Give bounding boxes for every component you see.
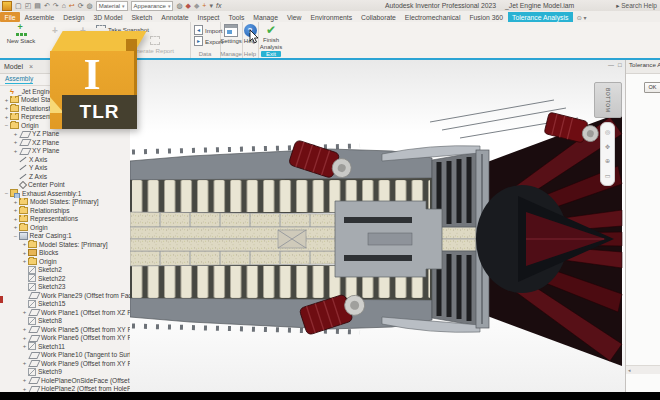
- tree-item[interactable]: Center Point: [0, 181, 130, 190]
- measure-icon[interactable]: ◆: [194, 1, 199, 10]
- restore-icon[interactable]: □: [618, 62, 622, 68]
- tree-item[interactable]: +Representations: [0, 215, 130, 224]
- zoom-icon[interactable]: ⊕: [605, 158, 610, 164]
- expand-icon[interactable]: +: [12, 216, 19, 222]
- tree-item[interactable]: +Relationships: [0, 206, 130, 215]
- update-icon[interactable]: ⟳: [78, 1, 84, 10]
- settings-button[interactable]: Settings: [223, 24, 239, 45]
- expand-icon[interactable]: +: [12, 224, 19, 230]
- navigation-bar[interactable]: ◎ ✥ ⊕ ▭: [600, 122, 615, 186]
- tree-item[interactable]: −Exhaust Assembly:1: [0, 189, 130, 198]
- ok-button[interactable]: OK: [644, 82, 660, 93]
- view-cube[interactable]: BOTTOM: [594, 82, 622, 118]
- tree-item[interactable]: X Axis: [0, 155, 130, 164]
- tree-item[interactable]: +Model States: [Primary]: [0, 240, 130, 249]
- collapse-icon[interactable]: −: [3, 122, 10, 128]
- tree-item[interactable]: +XZ Plane: [0, 138, 130, 147]
- ribbon-tab-file[interactable]: File: [0, 12, 20, 22]
- close-icon[interactable]: ×: [29, 63, 33, 70]
- expand-icon[interactable]: +: [3, 97, 10, 103]
- tree-item[interactable]: +Work Plane6 (Offset from XY Plane x: [0, 334, 130, 343]
- appearance-combo[interactable]: Appearance▾: [131, 1, 174, 11]
- ribbon-tab-tolerance-analysis[interactable]: Tolerance Analysis: [508, 12, 573, 22]
- inventor-app-icon[interactable]: [2, 1, 12, 11]
- horizontal-scrollbar[interactable]: ◂: [626, 365, 660, 374]
- ribbon-tab-tools[interactable]: Tools: [224, 12, 249, 22]
- ribbon-tab-inspect[interactable]: Inspect: [193, 12, 224, 22]
- tree-item[interactable]: Sketch23: [0, 283, 130, 292]
- expand-icon[interactable]: +: [12, 139, 19, 145]
- jet-engine-model[interactable]: [130, 60, 625, 392]
- search-help[interactable]: ▸ Search Help: [616, 2, 657, 10]
- ribbon-tab-sketch[interactable]: Sketch: [127, 12, 157, 22]
- tree-item[interactable]: Sketch9: [0, 368, 130, 377]
- ribbon-tab-fusion-360[interactable]: Fusion 360: [465, 12, 508, 22]
- tree-item[interactable]: +Work Plane9 (Offset from XY Plane x: [0, 359, 130, 368]
- expand-icon[interactable]: +: [21, 326, 28, 332]
- fx-icon[interactable]: fx: [216, 1, 221, 10]
- orbit-icon[interactable]: ◎: [605, 129, 610, 135]
- ribbon-tab-environments[interactable]: Environments: [306, 12, 357, 22]
- parameters-plus-icon[interactable]: +: [202, 1, 206, 10]
- look-at-icon[interactable]: ▭: [605, 173, 611, 179]
- ribbon-tab-electromechanical[interactable]: Electromechanical: [400, 12, 465, 22]
- tree-item[interactable]: Y Axis: [0, 164, 130, 173]
- collapse-icon[interactable]: −: [3, 190, 10, 196]
- tree-item[interactable]: Z Axis: [0, 172, 130, 181]
- material-sphere-icon[interactable]: ◍: [87, 1, 93, 10]
- export-button[interactable]: ▸ Export: [194, 36, 223, 46]
- expand-icon[interactable]: +: [21, 241, 28, 247]
- expand-icon[interactable]: +: [21, 250, 28, 256]
- scroll-left-icon[interactable]: ◂: [628, 367, 631, 373]
- tab-overflow-icon[interactable]: ⊙ ▾: [573, 12, 591, 22]
- tree-item[interactable]: Work Plane10 (Tangent to Surface B: [0, 351, 130, 360]
- minimize-icon[interactable]: —: [608, 62, 614, 68]
- tree-item[interactable]: +Model States: [Primary]: [0, 198, 130, 207]
- tree-item[interactable]: +Sketch11: [0, 342, 130, 351]
- tree-item[interactable]: +Origin: [0, 223, 130, 232]
- import-button[interactable]: ◂ Import: [194, 25, 223, 35]
- tree-item[interactable]: Sketch22: [0, 274, 130, 283]
- finish-analysis-button[interactable]: ✔ FinishAnalysis: [259, 24, 283, 50]
- tree-item[interactable]: +Work Plane5 (Offset from XY Plane x: [0, 325, 130, 334]
- qat-caret-icon[interactable]: ▾: [209, 1, 213, 10]
- tree-item[interactable]: +XY Plane: [0, 147, 130, 156]
- save-icon[interactable]: ▤: [34, 1, 41, 10]
- return-icon[interactable]: ↩: [69, 1, 75, 10]
- ribbon-tab-design[interactable]: Design: [59, 12, 89, 22]
- ribbon-tab-assemble[interactable]: Assemble: [20, 12, 59, 22]
- viewport-canvas[interactable]: — □ × BOTTOM ◎ ✥ ⊕ ▭: [130, 60, 625, 392]
- ribbon-tab-manage[interactable]: Manage: [249, 12, 283, 22]
- expand-icon[interactable]: +: [21, 343, 28, 349]
- expand-icon[interactable]: +: [12, 131, 19, 137]
- redo-icon[interactable]: ↷: [53, 1, 59, 10]
- ribbon-tab-3d-model[interactable]: 3D Model: [89, 12, 127, 22]
- open-icon[interactable]: ◰: [25, 1, 32, 10]
- expand-icon[interactable]: +: [3, 114, 10, 120]
- tree-item[interactable]: +HolePlaneOnSideFace (Offset from X: [0, 376, 130, 385]
- adjust-icon[interactable]: ◆: [186, 1, 191, 10]
- tree-item[interactable]: Sketch8: [0, 317, 130, 326]
- tree-item[interactable]: +Origin: [0, 257, 130, 266]
- ribbon-tab-view[interactable]: View: [282, 12, 306, 22]
- undo-icon[interactable]: ↶: [44, 1, 50, 10]
- expand-icon[interactable]: +: [3, 105, 10, 111]
- browser-tab-model[interactable]: Model: [4, 63, 23, 70]
- ribbon-tab-collaborate[interactable]: Collaborate: [357, 12, 401, 22]
- expand-icon[interactable]: +: [21, 377, 28, 383]
- tree-item[interactable]: Sketch15: [0, 300, 130, 309]
- tree-item[interactable]: −Rear Casing:1: [0, 232, 130, 241]
- pan-icon[interactable]: ✥: [605, 144, 610, 150]
- tree-item[interactable]: +Work Plane1 (Offset from XZ Plane x: [0, 308, 130, 317]
- material-combo[interactable]: Material▾: [96, 1, 128, 11]
- expand-icon[interactable]: +: [12, 207, 19, 213]
- new-file-icon[interactable]: ▢: [15, 1, 22, 10]
- tree-item[interactable]: Work Plane29 (Offset from Face x -1: [0, 291, 130, 300]
- ribbon-tab-annotate[interactable]: Annotate: [157, 12, 193, 22]
- new-stack-button[interactable]: + New Stack: [4, 24, 38, 45]
- expand-icon[interactable]: +: [21, 360, 28, 366]
- tree-item[interactable]: +HolePlane2 (Offset from HolePlaneOr: [0, 385, 130, 393]
- home-icon[interactable]: ⌂: [62, 1, 66, 10]
- collapse-icon[interactable]: −: [12, 233, 19, 239]
- expand-icon[interactable]: +: [12, 199, 19, 205]
